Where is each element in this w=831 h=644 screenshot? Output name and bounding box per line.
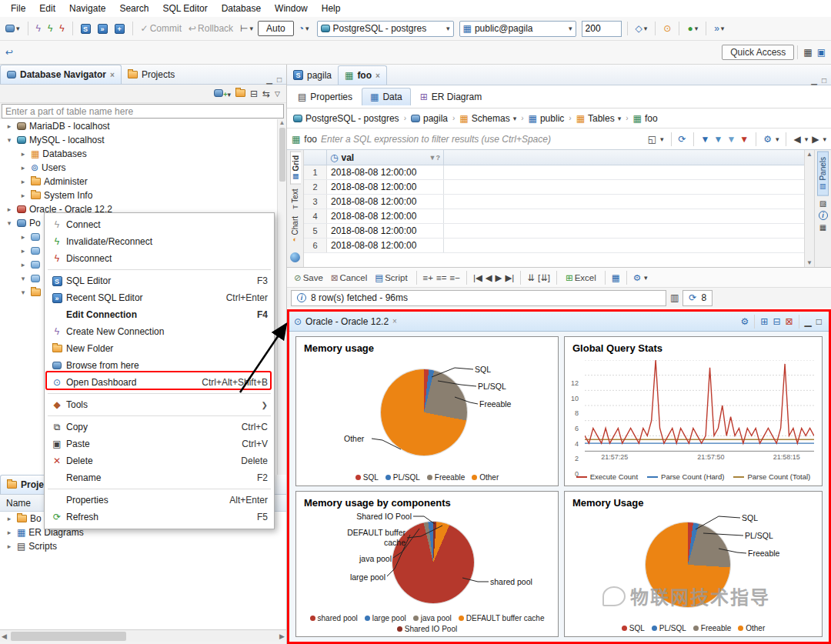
breadcrumb-connection[interactable]: PostgreSQL - postgres bbox=[293, 113, 399, 124]
tab-panels[interactable]: ▥Panels bbox=[817, 152, 829, 196]
menu-item-browse-from-here[interactable]: Browse from here bbox=[45, 357, 274, 374]
fetch-page-icon[interactable]: ⇊ bbox=[527, 272, 535, 283]
tasks-button[interactable]: ⊙ bbox=[661, 22, 673, 35]
tab-projects[interactable]: Projects bbox=[122, 65, 181, 84]
chart-memory-by-components[interactable]: Memory usage by components Shared IO Poo… bbox=[295, 491, 559, 637]
commit-button[interactable]: ✓Commit bbox=[138, 22, 184, 35]
maximize-icon[interactable]: □ bbox=[822, 76, 826, 85]
debug-button[interactable]: ●▾ bbox=[685, 22, 700, 35]
nav-forward-menu-icon[interactable]: ▾ bbox=[823, 135, 826, 143]
grid-mode-icon[interactable]: ▦ bbox=[612, 272, 620, 283]
expand-filter-icon[interactable]: ◱ bbox=[648, 134, 656, 145]
recent-sql-editor-icon[interactable]: » bbox=[95, 22, 110, 35]
invalidate-icon[interactable]: ϟ bbox=[45, 22, 55, 35]
scrollbar-thumb[interactable] bbox=[279, 128, 285, 182]
wand-button[interactable]: »▾ bbox=[712, 22, 726, 35]
table-row[interactable]: 22018-08-08 12:00:00 bbox=[304, 180, 804, 195]
filter-history-icon[interactable]: ▾ bbox=[660, 135, 664, 143]
connection-combo[interactable]: PostgreSQL - postgres ▾ bbox=[317, 21, 454, 37]
scrollbar-thumb[interactable] bbox=[11, 632, 126, 641]
next-row-icon[interactable]: ▶ bbox=[496, 272, 502, 283]
last-row-icon[interactable]: ▶| bbox=[505, 272, 514, 283]
breadcrumb-table-foo[interactable]: ▦foo bbox=[633, 113, 658, 124]
back-button[interactable]: ↩ bbox=[3, 45, 15, 59]
tree-item-system-info[interactable]: ▸System Info bbox=[0, 189, 286, 202]
tab-text-view[interactable]: TText bbox=[290, 186, 300, 212]
table-row[interactable]: 32018-08-08 12:00:00 bbox=[304, 195, 804, 209]
tab-grid-view[interactable]: ▦Grid bbox=[290, 152, 301, 185]
scroll-up-icon[interactable]: ▲ bbox=[806, 151, 813, 158]
cancel-button[interactable]: ⊠Cancel bbox=[329, 271, 369, 285]
menu-edit[interactable]: Edit bbox=[33, 2, 62, 15]
row-number-header[interactable] bbox=[304, 150, 327, 165]
scroll-right-icon[interactable]: ▶ bbox=[278, 632, 286, 640]
tab-database-navigator[interactable]: Database Navigator × bbox=[0, 65, 122, 84]
add-row-icon[interactable]: ≡+ bbox=[423, 273, 433, 282]
menu-database[interactable]: Database bbox=[215, 2, 267, 15]
result-settings-gear-icon[interactable]: ⚙ bbox=[633, 272, 641, 283]
menu-item-copy[interactable]: ⧉CopyCtrl+C bbox=[45, 419, 274, 435]
quick-access-button[interactable]: Quick Access bbox=[722, 45, 794, 60]
transaction-mode-button[interactable]: ⊢▾ bbox=[238, 22, 255, 35]
tab-pagila[interactable]: S pagila bbox=[287, 65, 338, 85]
tree-item-users[interactable]: ▸⊚Users bbox=[0, 161, 286, 175]
close-icon[interactable]: × bbox=[110, 71, 115, 79]
table-row[interactable]: 42018-08-08 12:00:00 bbox=[304, 209, 804, 224]
minimize-icon[interactable]: ▁ bbox=[266, 75, 272, 84]
nav-back-icon[interactable]: ◀ bbox=[793, 134, 800, 145]
calendar-panel-icon[interactable]: ▦ bbox=[819, 223, 826, 232]
close-icon[interactable]: × bbox=[392, 317, 397, 325]
menu-item-edit-connection[interactable]: Edit ConnectionF4 bbox=[45, 306, 274, 323]
nav-forward-icon[interactable]: ▶ bbox=[812, 134, 819, 145]
connect-icon[interactable]: ϟ bbox=[34, 22, 43, 35]
table-filter-input[interactable] bbox=[2, 104, 284, 118]
menu-item-properties[interactable]: PropertiesAlt+Enter bbox=[45, 492, 274, 509]
menu-item-new-folder[interactable]: New Folder bbox=[45, 340, 274, 357]
horizontal-scrollbar[interactable]: ◀ ▶ bbox=[0, 629, 286, 642]
tab-chart-view[interactable]: ◑Chart bbox=[290, 213, 300, 247]
column-header-val[interactable]: ◷ val ▼? bbox=[327, 150, 444, 165]
disconnect-icon[interactable]: ϟ bbox=[57, 22, 66, 35]
grid-vertical-scrollbar[interactable]: ▲ ▼ bbox=[804, 150, 814, 267]
close-icon[interactable]: × bbox=[375, 72, 380, 80]
menu-item-paste[interactable]: ▣PasteCtrl+V bbox=[45, 435, 274, 452]
compare-button[interactable]: ◇▾ bbox=[633, 22, 650, 35]
menu-item-rename[interactable]: RenameF2 bbox=[45, 469, 274, 486]
sql-editor-icon[interactable]: S bbox=[78, 22, 93, 35]
subtab-properties[interactable]: ▤Properties bbox=[290, 88, 360, 105]
menu-navigate[interactable]: Navigate bbox=[63, 2, 112, 15]
menu-item-delete[interactable]: ✕DeleteDelete bbox=[45, 452, 274, 469]
maximize-icon[interactable]: □ bbox=[814, 315, 824, 329]
transaction-log-button[interactable]: ◔▾ bbox=[296, 22, 312, 35]
link-editor-icon[interactable]: ⇆ bbox=[262, 88, 270, 99]
sql-filter-input[interactable] bbox=[321, 132, 644, 147]
menu-file[interactable]: File bbox=[5, 2, 32, 15]
record-mode-icon[interactable]: ▨ bbox=[819, 199, 826, 208]
script-button[interactable]: ▤Script bbox=[372, 271, 409, 285]
minimize-icon[interactable]: ▁ bbox=[803, 315, 814, 329]
schema-combo[interactable]: ▦ public@pagila ▾ bbox=[459, 21, 576, 37]
first-row-icon[interactable]: |◀ bbox=[473, 272, 482, 283]
minimize-icon[interactable]: ▁ bbox=[811, 76, 817, 85]
refresh-icon[interactable]: ⟳ bbox=[679, 134, 686, 145]
filter-icon[interactable]: ▼ bbox=[701, 134, 710, 145]
prev-row-icon[interactable]: ◀ bbox=[486, 272, 492, 283]
tree-scrollbar[interactable]: ▲ bbox=[277, 119, 286, 475]
remove-chart-icon[interactable]: ⊟ bbox=[770, 315, 783, 329]
settings-gear-icon[interactable]: ⚙ bbox=[763, 134, 772, 145]
menu-item-tools[interactable]: ◆Tools❯ bbox=[45, 396, 274, 413]
menu-sql-editor[interactable]: SQL Editor bbox=[156, 2, 213, 15]
table-row[interactable]: 12018-08-08 12:00:00 bbox=[304, 165, 804, 180]
tree-item-mariadb[interactable]: ▸MariaDB - localhost bbox=[0, 119, 286, 133]
tree-item-administer[interactable]: ▸Administer bbox=[0, 175, 286, 189]
calc-panel-icon[interactable]: ▥ bbox=[670, 292, 679, 303]
nav-back-menu-icon[interactable]: ▾ bbox=[805, 135, 809, 143]
menu-search[interactable]: Search bbox=[113, 2, 155, 15]
new-connection-icon[interactable]: +▾ bbox=[214, 88, 231, 99]
duplicate-row-icon[interactable]: ≡= bbox=[436, 273, 446, 282]
value-viewer-icon[interactable] bbox=[290, 252, 300, 262]
chart-global-query-stats[interactable]: Global Query Stats 024681012 21:57:2521:… bbox=[564, 336, 823, 486]
menu-item-open-dashboard[interactable]: ⊙Open DashboardCtrl+Alt+Shift+B bbox=[45, 374, 274, 391]
add-chart-icon[interactable]: ⊞ bbox=[758, 315, 770, 329]
breadcrumb-tables[interactable]: ▦Tables▾ bbox=[576, 113, 622, 124]
